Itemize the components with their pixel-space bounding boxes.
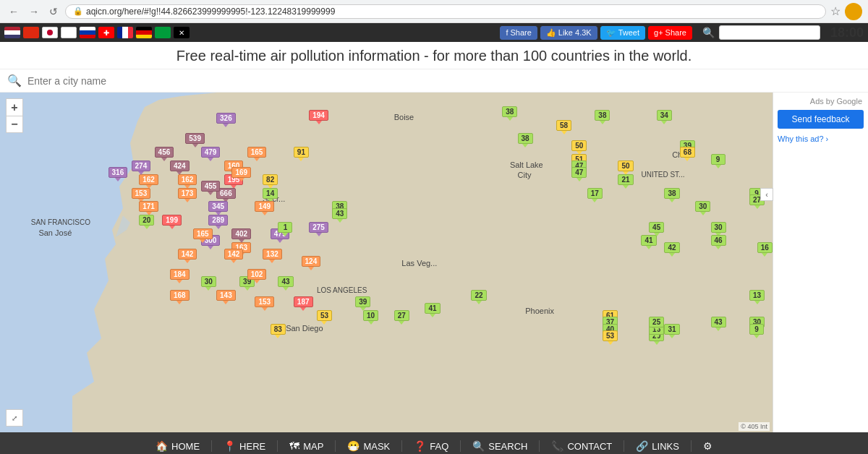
aqi-marker-m50[interactable]: 47 — [571, 167, 587, 181]
aqi-marker-m2[interactable]: 194 — [309, 110, 328, 124]
aqi-marker-m93[interactable]: 20 — [139, 215, 154, 229]
aqi-marker-m5[interactable]: 479 — [201, 147, 221, 161]
aqi-marker-m18[interactable]: 171 — [139, 201, 158, 215]
aqi-marker-m58[interactable]: 34 — [657, 110, 672, 124]
flag-ch[interactable]: ✚ — [98, 27, 114, 38]
fb-share-button[interactable]: f Share — [500, 26, 537, 40]
aqi-marker-m33[interactable]: 143 — [216, 290, 236, 304]
aqi-marker-m46[interactable]: 50 — [571, 140, 587, 155]
aqi-marker-m90[interactable]: 274 — [132, 160, 151, 175]
refresh-button[interactable]: ↺ — [46, 4, 61, 19]
aqi-marker-m27[interactable]: 132 — [263, 249, 282, 263]
aqi-marker-m17[interactable]: 14 — [263, 188, 278, 202]
flag-jp[interactable] — [42, 27, 58, 38]
aqi-marker-m22[interactable]: 289 — [208, 215, 228, 229]
aqi-marker-m76[interactable]: 25 — [649, 317, 664, 331]
aqi-marker-m65[interactable]: 30 — [711, 222, 726, 236]
aqi-marker-m49[interactable]: 50 — [618, 160, 633, 175]
aqi-marker-m67[interactable]: 42 — [664, 242, 679, 257]
aqi-marker-m34[interactable]: 153 — [255, 296, 274, 311]
forward-button[interactable]: → — [26, 4, 42, 19]
aqi-marker-m14[interactable]: 153 — [132, 188, 151, 202]
map-container[interactable]: Boise Salt Lake City Chey SAN FRANCISCO … — [0, 93, 773, 432]
aqi-marker-m29[interactable]: 30 — [201, 276, 216, 291]
aqi-marker-m40[interactable]: 27 — [394, 310, 409, 325]
aqi-marker-m8[interactable]: 424 — [170, 160, 190, 175]
fb-like-button[interactable]: 👍 Like 4.3K — [540, 26, 597, 40]
aqi-marker-m38[interactable]: 83 — [271, 324, 286, 338]
nav-mask[interactable]: 😷 MASK — [336, 440, 402, 452]
aqi-marker-m45[interactable]: 38 — [518, 133, 533, 147]
aqi-marker-m31[interactable]: 43 — [278, 276, 293, 291]
why-this-ad[interactable]: Why this ad? › — [776, 132, 865, 146]
aqi-marker-m43[interactable]: 38 — [502, 106, 517, 121]
aqi-marker-m64[interactable]: 45 — [649, 222, 664, 236]
aqi-marker-m80[interactable]: 9 — [749, 324, 764, 338]
aqi-marker-m51[interactable]: 21 — [618, 174, 633, 189]
aqi-marker-m88[interactable]: 184 — [170, 269, 190, 283]
aqi-marker-m56[interactable]: 43 — [332, 208, 347, 223]
aqi-marker-m4[interactable]: 456 — [155, 147, 174, 161]
aqi-marker-m44[interactable]: 58 — [556, 120, 571, 134]
aqi-marker-m3[interactable]: 539 — [185, 133, 205, 147]
flag-cn[interactable] — [23, 27, 39, 38]
aqi-marker-m21[interactable]: 149 — [255, 201, 274, 215]
aqi-marker-m7[interactable]: 91 — [294, 147, 309, 161]
flag-ru[interactable] — [80, 27, 95, 38]
aqi-marker-m25[interactable]: 142 — [178, 249, 197, 263]
aqi-marker-m73[interactable]: 53 — [603, 330, 618, 345]
aqi-marker-m57[interactable]: 38 — [595, 110, 610, 124]
aqi-marker-m35[interactable]: 187 — [294, 296, 313, 311]
url-bar[interactable]: 🔒 aqicn.org/here/#!g!!44.826623999999995… — [65, 4, 826, 19]
aqi-marker-m81[interactable]: 13 — [749, 290, 765, 304]
city-search-input[interactable] — [27, 75, 861, 87]
aqi-marker-m19[interactable]: 199 — [162, 215, 182, 229]
aqi-marker-m82[interactable]: 402 — [231, 228, 251, 243]
flag-kr[interactable] — [61, 27, 77, 38]
aqi-marker-m42[interactable]: 22 — [471, 290, 486, 304]
aqi-marker-m28[interactable]: 124 — [302, 256, 321, 270]
aqi-marker-m52[interactable]: 17 — [587, 188, 603, 202]
search-input-top[interactable] — [719, 25, 820, 40]
aqi-marker-m77[interactable]: 31 — [664, 324, 679, 338]
nav-map[interactable]: 🗺 MAP — [278, 440, 336, 452]
aqi-marker-m39[interactable]: 10 — [363, 310, 378, 325]
tweet-button[interactable]: 🐦 Tweet — [600, 26, 645, 40]
aqi-marker-m85[interactable]: 1 — [278, 222, 292, 236]
send-feedback-button[interactable]: Send feedback — [778, 110, 864, 129]
flag-de[interactable] — [136, 27, 152, 38]
aqi-marker-m32[interactable]: 168 — [170, 290, 190, 304]
aqi-marker-m36[interactable]: 39 — [355, 296, 370, 311]
aqi-marker-m60[interactable]: 68 — [680, 147, 695, 161]
aqi-marker-m84[interactable]: 275 — [309, 222, 328, 236]
flag-br[interactable] — [155, 27, 171, 38]
aqi-marker-m13[interactable]: 82 — [263, 174, 278, 189]
nav-settings[interactable]: ⚙ — [692, 440, 724, 452]
zoom-out-button[interactable]: − — [6, 116, 23, 133]
nav-here[interactable]: 📍 HERE — [212, 440, 278, 452]
aqi-marker-m87[interactable]: 102 — [247, 269, 267, 283]
aqi-marker-m20[interactable]: 345 — [208, 201, 228, 215]
aqi-marker-m6[interactable]: 165 — [247, 147, 267, 161]
aqi-marker-m10[interactable]: 162 — [139, 174, 158, 189]
aqi-marker-m61[interactable]: 9 — [711, 154, 726, 168]
aqi-marker-m86[interactable]: 165 — [193, 228, 213, 243]
aqi-marker-m1[interactable]: 326 — [216, 113, 236, 127]
expand-button[interactable]: ⤢ — [6, 409, 23, 427]
flag-us[interactable] — [4, 27, 20, 38]
collapse-ad-button[interactable]: ‹ — [760, 188, 773, 201]
aqi-marker-m41[interactable]: 41 — [425, 303, 440, 317]
back-button[interactable]: ← — [6, 4, 22, 19]
nav-home[interactable]: 🏠 HOME — [144, 440, 212, 452]
aqi-marker-m15[interactable]: 173 — [178, 188, 197, 202]
aqi-marker-m91[interactable]: 316 — [109, 167, 128, 181]
aqi-marker-m66[interactable]: 41 — [641, 235, 656, 249]
aqi-marker-m92[interactable]: 455 — [201, 181, 221, 195]
aqi-marker-m53[interactable]: 38 — [664, 188, 679, 202]
aqi-marker-m11[interactable]: 162 — [178, 174, 197, 189]
aqi-marker-m78[interactable]: 43 — [711, 317, 726, 331]
aqi-marker-m54[interactable]: 30 — [695, 201, 710, 215]
flag-x[interactable]: ✕ — [174, 27, 190, 38]
bookmark-button[interactable]: ☆ — [830, 4, 841, 18]
aqi-marker-m26[interactable]: 142 — [224, 249, 244, 263]
